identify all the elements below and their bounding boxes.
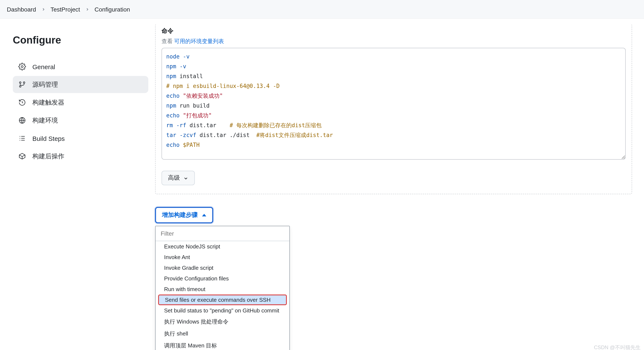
- env-list-hint: 查看 可用的环境变量列表: [162, 38, 626, 45]
- sidebar-item-environment[interactable]: 构建环境: [13, 112, 148, 129]
- sidebar-item-post-build[interactable]: 构建后操作: [13, 148, 148, 165]
- steps-icon: [18, 134, 26, 142]
- gear-icon: [18, 62, 26, 71]
- breadcrumb-item-configuration: Configuration: [94, 6, 130, 13]
- chevron-down-icon: [183, 176, 188, 181]
- svg-point-1: [20, 82, 21, 83]
- shell-step-card: 命令 查看 可用的环境变量列表 node -v npm -v npm insta…: [155, 24, 632, 194]
- dropdown-item[interactable]: Invoke Ant: [156, 252, 290, 262]
- sidebar-item-triggers[interactable]: 构建触发器: [13, 94, 148, 111]
- package-icon: [18, 152, 26, 160]
- dropdown-item[interactable]: 调用顶层 Maven 目标: [156, 340, 290, 350]
- add-build-step-label: 增加构建步骤: [162, 211, 198, 219]
- sidebar-item-label: 构建触发器: [32, 98, 64, 106]
- dropdown-item[interactable]: Invoke Gradle script: [156, 262, 290, 273]
- sidebar-item-label: 构建后操作: [32, 152, 64, 160]
- chevron-right-icon: [41, 6, 46, 13]
- dropdown-option-list: Execute NodeJS scriptInvoke AntInvoke Gr…: [156, 241, 290, 350]
- dropdown-item[interactable]: 执行 shell: [156, 328, 290, 340]
- advanced-label: 高级: [168, 174, 180, 182]
- dropdown-filter-input[interactable]: [156, 226, 290, 241]
- command-label: 命令: [162, 27, 626, 35]
- caret-up-icon: [202, 214, 206, 216]
- sidebar-item-build-steps[interactable]: Build Steps: [13, 130, 148, 147]
- sidebar-item-label: 源码管理: [32, 80, 58, 89]
- branch-icon: [18, 80, 26, 89]
- sidebar-item-general[interactable]: General: [13, 58, 148, 75]
- dropdown-item[interactable]: 执行 Windows 批处理命令: [156, 316, 290, 328]
- dropdown-item[interactable]: Send files or execute commands over SSH: [158, 294, 287, 305]
- dropdown-item[interactable]: Provide Configuration files: [156, 273, 290, 284]
- svg-point-0: [21, 66, 23, 68]
- globe-icon: [18, 116, 26, 125]
- add-build-step-dropdown: Execute NodeJS scriptInvoke AntInvoke Gr…: [155, 226, 290, 350]
- shell-command-input[interactable]: node -v npm -v npm install # npm i esbui…: [162, 48, 626, 160]
- sidebar-item-label: 构建环境: [32, 116, 58, 124]
- chevron-right-icon: [85, 6, 90, 13]
- sidebar-item-label: Build Steps: [32, 135, 65, 142]
- dropdown-item[interactable]: Run with timeout: [156, 284, 290, 294]
- dropdown-item[interactable]: Set build status to "pending" on GitHub …: [156, 305, 290, 316]
- breadcrumb-item-dashboard[interactable]: Dashboard: [7, 6, 36, 13]
- config-section-nav: General 源码管理 构建触发器: [13, 58, 148, 165]
- advanced-toggle-button[interactable]: 高级: [162, 171, 195, 185]
- history-icon: [18, 98, 26, 107]
- sidebar-item-scm[interactable]: 源码管理: [13, 76, 148, 93]
- svg-point-3: [23, 82, 25, 83]
- page-title: Configure: [13, 34, 148, 46]
- env-vars-link[interactable]: 可用的环境变量列表: [174, 38, 224, 44]
- watermark-text: CSDN @不叫猫先生: [594, 344, 640, 350]
- breadcrumb: Dashboard TestProject Configuration: [0, 0, 644, 19]
- add-build-step-button[interactable]: 增加构建步骤: [155, 207, 213, 223]
- svg-point-2: [20, 86, 21, 87]
- sidebar-item-label: General: [32, 63, 55, 70]
- dropdown-item[interactable]: Execute NodeJS script: [156, 241, 290, 252]
- breadcrumb-item-project[interactable]: TestProject: [50, 6, 80, 13]
